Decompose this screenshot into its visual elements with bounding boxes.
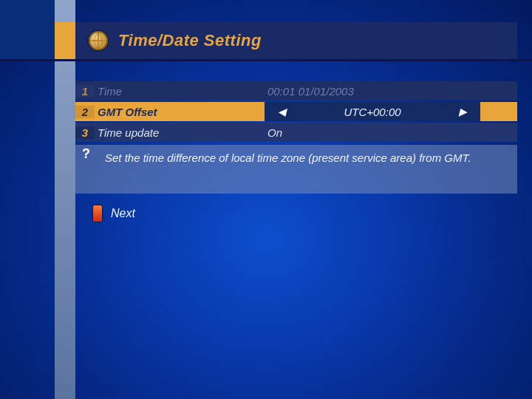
row-number: 3	[75, 126, 95, 139]
help-icon: ?	[82, 146, 90, 162]
menu-item-gmt-offset[interactable]: 2 GMT Offset ◀ UTC+00:00 ▶	[75, 102, 517, 121]
row-number: 2	[75, 106, 95, 118]
page-title: Time/Date Setting	[118, 31, 262, 50]
page-header: Time/Date Setting	[75, 22, 517, 59]
row-number: 1	[75, 85, 95, 98]
row-label: GMT Offset	[95, 106, 265, 118]
menu-item-time: 1 Time 00:01 01/01/2003	[75, 81, 517, 100]
menu-item-time-update[interactable]: 3 Time update On	[75, 123, 517, 142]
row-label: Time	[95, 85, 265, 98]
arrow-right-icon[interactable]: ▶	[459, 106, 467, 117]
row-value: 00:01 01/01/2003	[265, 85, 517, 98]
red-button-icon	[93, 205, 102, 222]
row-value: UTC+00:00	[344, 106, 400, 118]
next-button[interactable]: Next	[93, 205, 135, 222]
arrow-left-icon[interactable]: ◀	[278, 106, 286, 117]
help-text: Set the time difference of local time zo…	[75, 145, 517, 194]
row-label: Time update	[95, 126, 265, 139]
gmt-offset-selector[interactable]: ◀ UTC+00:00 ▶	[265, 102, 480, 121]
row-value: On	[265, 126, 517, 139]
sidebar-accent	[55, 22, 75, 59]
next-label: Next	[111, 207, 135, 220]
globe-icon	[89, 31, 108, 50]
